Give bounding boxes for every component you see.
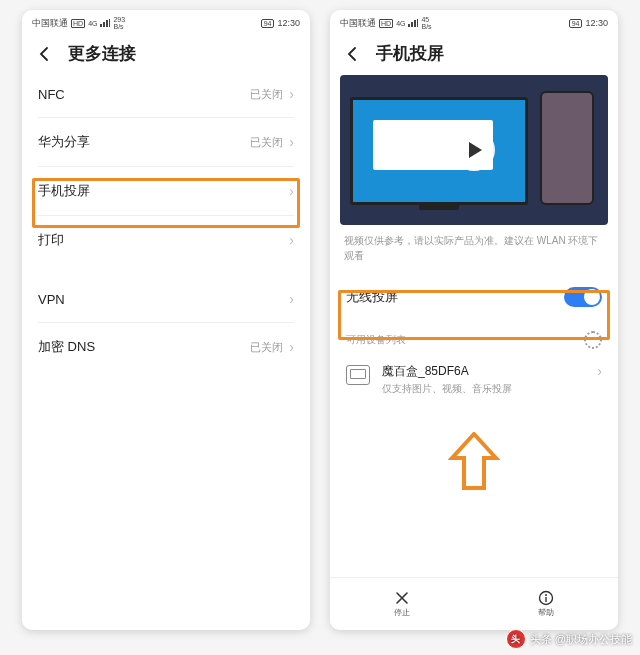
row-label: 华为分享 bbox=[38, 133, 250, 151]
hd-badge: HD bbox=[71, 19, 85, 28]
help-button[interactable]: 帮助 bbox=[474, 578, 618, 630]
settings-row-4[interactable]: VPN› bbox=[22, 276, 310, 322]
settings-row-2[interactable]: 手机投屏› bbox=[22, 167, 310, 215]
status-bar: 中国联通 HD 4G 293B/s 94 12:30 bbox=[22, 10, 310, 32]
bottom-bar: 停止 帮助 bbox=[330, 577, 618, 630]
hd-badge: HD bbox=[379, 19, 393, 28]
page-title: 更多连接 bbox=[68, 42, 136, 65]
net-type: 4G bbox=[88, 20, 97, 27]
settings-row-0[interactable]: NFC已关闭› bbox=[22, 71, 310, 117]
wireless-cast-toggle[interactable] bbox=[564, 287, 602, 307]
row-label: 加密 DNS bbox=[38, 338, 250, 356]
carrier-label: 中国联通 bbox=[32, 17, 68, 30]
row-label: 打印 bbox=[38, 231, 289, 249]
row-value: 已关闭 bbox=[250, 87, 283, 102]
row-value: 已关闭 bbox=[250, 135, 283, 150]
net-type: 4G bbox=[396, 20, 405, 27]
signal-icon bbox=[100, 19, 110, 27]
row-value: 已关闭 bbox=[250, 340, 283, 355]
video-preview[interactable] bbox=[340, 75, 608, 225]
phone-right: 中国联通 HD 4G 45B/s 94 12:30 手机投屏 bbox=[330, 10, 618, 630]
back-icon[interactable] bbox=[36, 45, 54, 63]
chevron-right-icon: › bbox=[289, 134, 294, 150]
svg-point-1 bbox=[545, 594, 547, 596]
play-icon[interactable] bbox=[453, 129, 495, 171]
back-icon[interactable] bbox=[344, 45, 362, 63]
settings-row-5[interactable]: 加密 DNS已关闭› bbox=[22, 323, 310, 371]
signal-icon bbox=[408, 19, 418, 27]
chevron-right-icon: › bbox=[289, 291, 294, 307]
chevron-right-icon: › bbox=[289, 232, 294, 248]
clock: 12:30 bbox=[585, 18, 608, 28]
row-label: NFC bbox=[38, 87, 250, 102]
carrier-label: 中国联通 bbox=[340, 17, 376, 30]
row-label: VPN bbox=[38, 292, 289, 307]
phone-left: 中国联通 HD 4G 293B/s 94 12:30 更多连接 NFC已关闭›华… bbox=[22, 10, 310, 630]
net-speed: 293B/s bbox=[113, 16, 125, 30]
battery-icon: 94 bbox=[569, 19, 583, 28]
devices-section-label: 可用设备列表 bbox=[346, 333, 406, 347]
wireless-cast-label: 无线投屏 bbox=[346, 288, 398, 306]
svg-rect-2 bbox=[545, 597, 546, 602]
loading-spinner-icon bbox=[584, 331, 602, 349]
net-speed: 45B/s bbox=[421, 16, 431, 30]
header: 手机投屏 bbox=[330, 32, 618, 71]
settings-row-1[interactable]: 华为分享已关闭› bbox=[22, 118, 310, 166]
chevron-right-icon: › bbox=[597, 363, 602, 379]
watermark-avatar: 头 bbox=[506, 629, 526, 649]
header: 更多连接 bbox=[22, 32, 310, 71]
watermark-text: 头条 @职场办公技能 bbox=[530, 632, 632, 647]
close-icon bbox=[394, 590, 410, 606]
annotation-arrow-icon bbox=[448, 432, 500, 492]
stop-button[interactable]: 停止 bbox=[330, 578, 474, 630]
chevron-right-icon: › bbox=[289, 339, 294, 355]
wireless-cast-row[interactable]: 无线投屏 bbox=[330, 273, 618, 321]
clock: 12:30 bbox=[277, 18, 300, 28]
status-bar: 中国联通 HD 4G 45B/s 94 12:30 bbox=[330, 10, 618, 32]
device-icon bbox=[346, 365, 370, 385]
chevron-right-icon: › bbox=[289, 86, 294, 102]
settings-row-3[interactable]: 打印› bbox=[22, 216, 310, 264]
chevron-right-icon: › bbox=[289, 183, 294, 199]
tv-graphic bbox=[350, 97, 528, 205]
watermark: 头 头条 @职场办公技能 bbox=[506, 629, 632, 649]
page-title: 手机投屏 bbox=[376, 42, 444, 65]
battery-icon: 94 bbox=[261, 19, 275, 28]
phone-graphic bbox=[540, 91, 594, 205]
device-name: 魔百盒_85DF6A bbox=[382, 363, 585, 380]
info-icon bbox=[538, 590, 554, 606]
device-sub: 仅支持图片、视频、音乐投屏 bbox=[382, 382, 585, 396]
preview-note: 视频仅供参考，请以实际产品为准。建议在 WLAN 环境下观看 bbox=[330, 231, 618, 273]
device-row[interactable]: 魔百盒_85DF6A 仅支持图片、视频、音乐投屏 › bbox=[330, 353, 618, 406]
row-label: 手机投屏 bbox=[38, 182, 289, 200]
